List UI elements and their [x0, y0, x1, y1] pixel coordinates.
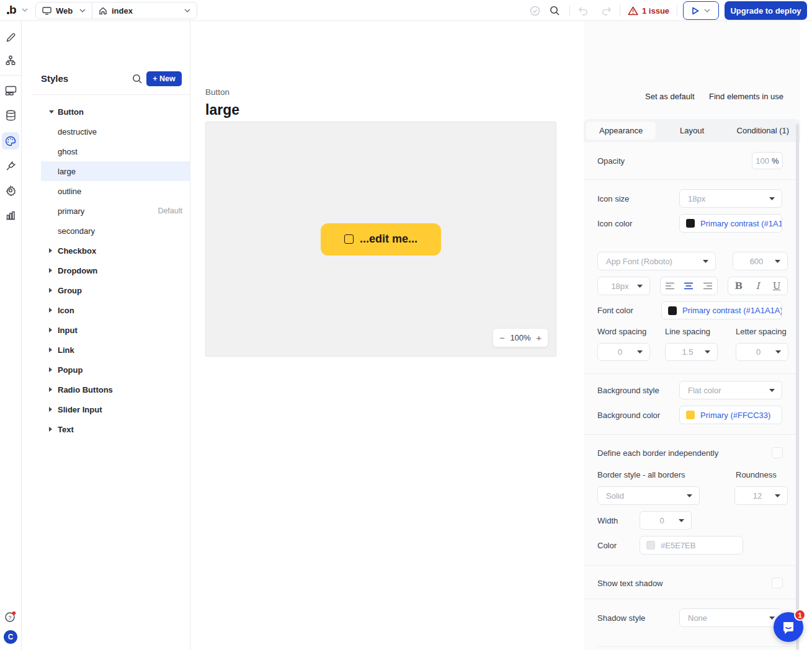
border-style-label: Border style - all borders: [597, 470, 685, 479]
page-chevron-down-icon: [184, 9, 190, 12]
font-color-picker[interactable]: Primary contrast (#1A1A1A): [661, 301, 782, 319]
tree-item-group[interactable]: Group: [41, 280, 190, 300]
tree-item-secondary[interactable]: secondary: [41, 221, 190, 241]
text-format-group: B I U: [728, 277, 788, 295]
background-color-picker[interactable]: Primary (#FFCC33): [679, 406, 782, 424]
page-selector[interactable]: index: [92, 2, 197, 19]
redo-icon[interactable]: [600, 4, 612, 17]
opacity-label: Opacity: [597, 156, 625, 166]
font-size-dropdown[interactable]: 18px: [597, 277, 650, 295]
shadow-style-dropdown[interactable]: None: [679, 608, 782, 627]
tree-item-button[interactable]: Button: [41, 102, 190, 122]
new-style-button[interactable]: + New: [146, 71, 182, 86]
align-right-icon[interactable]: [703, 282, 713, 290]
preview-button-element[interactable]: ...edit me...: [321, 223, 441, 256]
help-question-icon[interactable]: ?: [2, 608, 19, 626]
zoom-out-button[interactable]: −: [499, 332, 505, 343]
plugins-plug-icon[interactable]: [2, 157, 19, 174]
preview-button-label: ...edit me...: [360, 233, 417, 246]
tree-item-input[interactable]: Input: [41, 320, 190, 340]
border-color-swatch: [646, 541, 655, 550]
tree-item-primary[interactable]: primary Default: [41, 201, 190, 221]
tab-layout[interactable]: Layout: [657, 122, 726, 140]
home-icon: [99, 7, 107, 15]
warning-triangle-icon: [628, 6, 638, 16]
roundness-dropdown[interactable]: 12: [734, 486, 788, 505]
tree-item-link[interactable]: Link: [41, 340, 190, 360]
validate-check-circle-icon[interactable]: [529, 4, 541, 17]
styles-search-icon[interactable]: [132, 74, 143, 87]
background-style-dropdown[interactable]: Flat color: [679, 381, 782, 399]
set-as-default-link[interactable]: Set as default: [645, 92, 695, 101]
tab-conditional[interactable]: Conditional (1): [728, 122, 798, 140]
svg-text:?: ?: [8, 615, 11, 621]
styles-panel: Styles + New Button destructive ghost la…: [22, 21, 190, 650]
define-borders-checkbox[interactable]: [772, 447, 783, 458]
bubble-logo[interactable]: b: [7, 3, 16, 17]
tree-item-outline[interactable]: outline: [41, 181, 190, 201]
preview-split-button[interactable]: [683, 1, 719, 20]
border-width-dropdown[interactable]: 0: [640, 511, 692, 530]
underline-button[interactable]: U: [773, 280, 781, 292]
tree-item-dropdown[interactable]: Dropdown: [41, 260, 190, 280]
reusable-components-icon[interactable]: [2, 82, 19, 99]
upgrade-to-deploy-button[interactable]: Upgrade to deploy: [725, 1, 807, 20]
line-spacing-dropdown[interactable]: 1.5: [665, 343, 718, 361]
align-center-icon[interactable]: [684, 282, 694, 290]
undo-icon[interactable]: [577, 4, 589, 17]
tree-item-popup[interactable]: Popup: [41, 360, 190, 380]
styles-palette-icon[interactable]: [2, 132, 19, 149]
find-elements-link[interactable]: Find elements in use: [709, 92, 783, 101]
tree-item-large[interactable]: large: [41, 161, 190, 181]
platform-selector[interactable]: Web: [36, 2, 92, 19]
tree-item-destructive[interactable]: destructive: [41, 122, 190, 141]
workflow-tree-icon[interactable]: [2, 51, 19, 69]
issues-indicator[interactable]: 1 issue: [628, 4, 669, 17]
tree-item-slider-input[interactable]: Slider Input: [41, 399, 190, 419]
styles-panel-title: Styles: [41, 73, 68, 84]
zoom-in-button[interactable]: +: [536, 332, 542, 343]
align-left-icon[interactable]: [665, 282, 675, 290]
text-align-group: [660, 277, 718, 295]
tree-item-text[interactable]: Text: [41, 419, 190, 439]
show-text-shadow-checkbox[interactable]: [772, 577, 783, 589]
tab-appearance[interactable]: Appearance: [586, 122, 656, 140]
font-weight-dropdown[interactable]: 600: [733, 252, 788, 270]
icon-color-picker[interactable]: Primary contrast (#1A1A1A): [679, 214, 782, 233]
monitor-icon: [42, 7, 51, 15]
caret-right-icon: [49, 268, 58, 273]
tree-item-ghost[interactable]: ghost: [41, 141, 190, 161]
checkbox-square-icon: [344, 234, 354, 244]
font-family-dropdown[interactable]: App Font (Roboto): [597, 252, 716, 270]
caret-right-icon: [49, 427, 58, 432]
icon-size-dropdown[interactable]: 18px: [679, 189, 782, 208]
caret-right-icon: [49, 248, 58, 253]
tree-item-radio-buttons[interactable]: Radio Buttons: [41, 380, 190, 399]
caret-right-icon: [49, 367, 58, 372]
logo-chevron-down-icon[interactable]: [22, 8, 28, 12]
search-icon[interactable]: [548, 4, 561, 17]
icon-size-label: Icon size: [597, 194, 629, 203]
settings-gear-icon[interactable]: [2, 182, 19, 199]
border-style-dropdown[interactable]: Solid: [597, 486, 700, 505]
opacity-input[interactable]: 100 %: [752, 152, 783, 169]
word-spacing-dropdown[interactable]: 0: [597, 343, 650, 361]
section-divider: [584, 373, 796, 374]
font-color-label: Font color: [597, 306, 633, 315]
border-color-input[interactable]: #E5E7EB: [640, 536, 743, 554]
dropdown-caret-icon: [703, 260, 708, 263]
caret-right-icon: [49, 387, 58, 392]
letter-spacing-dropdown[interactable]: 0: [736, 343, 788, 361]
bold-button[interactable]: B: [735, 280, 743, 292]
play-icon: [692, 7, 699, 15]
tree-item-icon[interactable]: Icon: [41, 300, 190, 320]
inspector-scrollbar[interactable]: [796, 124, 799, 650]
italic-button[interactable]: I: [756, 280, 760, 292]
user-avatar[interactable]: C: [2, 628, 19, 646]
database-icon[interactable]: [2, 107, 19, 124]
canvas-style-name: large: [205, 102, 239, 118]
tree-item-checkbox[interactable]: Checkbox: [41, 241, 190, 260]
design-pencil-icon[interactable]: [2, 29, 19, 46]
background-style-label: Background style: [597, 386, 659, 395]
logs-chart-icon[interactable]: [2, 207, 19, 224]
